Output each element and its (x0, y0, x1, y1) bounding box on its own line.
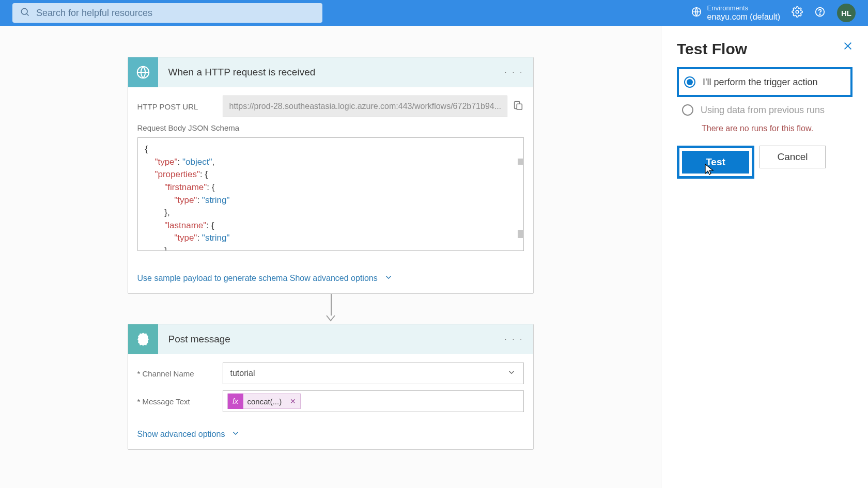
radio-icon (682, 104, 693, 116)
scrollbar-thumb[interactable] (518, 230, 523, 238)
svg-line-1 (27, 14, 29, 16)
trigger-title: When a HTTP request is received (158, 67, 505, 78)
radio-manual-trigger[interactable]: I'll perform the trigger action (677, 67, 853, 97)
search-box[interactable] (12, 3, 322, 23)
topbar-right: Environments enayu.com (default) HL (691, 4, 856, 22)
action-more-icon[interactable]: · · · (504, 335, 523, 344)
cancel-button-label: Cancel (777, 151, 808, 163)
avatar[interactable]: HL (837, 4, 856, 22)
no-runs-note: There are no runs for this flow. (677, 123, 853, 143)
environment-selector[interactable]: Environments enayu.com (default) (691, 4, 780, 22)
sample-payload-link[interactable]: Use sample payload to generate schema (137, 274, 288, 283)
svg-point-3 (796, 10, 799, 13)
request-icon (128, 57, 158, 87)
radio-icon (684, 76, 695, 88)
test-button-label: Test (706, 156, 725, 168)
action-card: Post message · · · * Channel Name tutori… (128, 324, 534, 450)
close-icon[interactable] (842, 40, 854, 54)
environments-label: Environments (707, 4, 780, 12)
panel-title: Test Flow (677, 40, 853, 58)
radio-previous-label: Using data from previous runs (701, 105, 825, 116)
message-input[interactable]: fx concat(...) ✕ (223, 390, 524, 412)
channel-select[interactable]: tutorial (223, 363, 524, 384)
test-button[interactable]: Test (682, 151, 749, 174)
action-card-header[interactable]: Post message · · · (128, 324, 533, 354)
topbar: Environments enayu.com (default) HL (0, 0, 868, 26)
scrollbar-thumb[interactable] (518, 159, 523, 165)
expression-token[interactable]: fx concat(...) ✕ (227, 393, 301, 409)
http-url-value[interactable]: https://prod-28.southeastasia.logic.azur… (223, 96, 507, 117)
advanced-options-toggle[interactable]: Show advanced options (137, 429, 241, 440)
globe-icon (691, 6, 702, 20)
help-icon[interactable] (814, 6, 826, 20)
http-url-label: HTTP POST URL (137, 102, 223, 111)
advanced-options-label: Show advanced options (137, 430, 225, 439)
message-label: * Message Text (137, 397, 223, 406)
teams-icon (128, 324, 158, 354)
radio-previous-runs[interactable]: Using data from previous runs (677, 97, 853, 123)
expression-text: concat(...) (243, 397, 286, 406)
trigger-card: When a HTTP request is received · · · HT… (128, 57, 534, 294)
radio-manual-label: I'll perform the trigger action (703, 77, 818, 88)
cancel-button[interactable]: Cancel (760, 146, 826, 168)
flow-connector (128, 294, 534, 324)
token-remove-icon[interactable]: ✕ (286, 397, 300, 405)
gear-icon[interactable] (792, 6, 803, 20)
trigger-card-header[interactable]: When a HTTP request is received · · · (128, 57, 533, 87)
flow-canvas: When a HTTP request is received · · · HT… (0, 26, 661, 488)
copy-icon[interactable] (513, 100, 524, 113)
svg-point-5 (819, 14, 820, 14)
search-icon (20, 7, 30, 19)
svg-point-0 (21, 8, 27, 14)
channel-value: tutorial (230, 369, 255, 378)
test-flow-panel: Test Flow I'll perform the trigger actio… (661, 26, 868, 488)
trigger-more-icon[interactable]: · · · (504, 68, 523, 77)
environment-value: enayu.com (default) (707, 12, 780, 22)
test-button-highlight: Test (677, 146, 754, 179)
schema-label: Request Body JSON Schema (137, 123, 524, 132)
channel-label: * Channel Name (137, 369, 223, 378)
chevron-down-icon (507, 368, 516, 379)
fx-icon: fx (228, 393, 243, 409)
schema-editor[interactable]: { "type": "object", "properties": { "fir… (137, 137, 524, 251)
chevron-down-icon (231, 429, 240, 440)
action-title: Post message (158, 334, 505, 345)
search-input[interactable] (36, 8, 315, 19)
svg-rect-7 (517, 104, 522, 109)
advanced-options-toggle[interactable]: Show advanced options (290, 273, 393, 284)
chevron-down-icon (384, 273, 393, 284)
advanced-options-label: Show advanced options (290, 274, 378, 283)
